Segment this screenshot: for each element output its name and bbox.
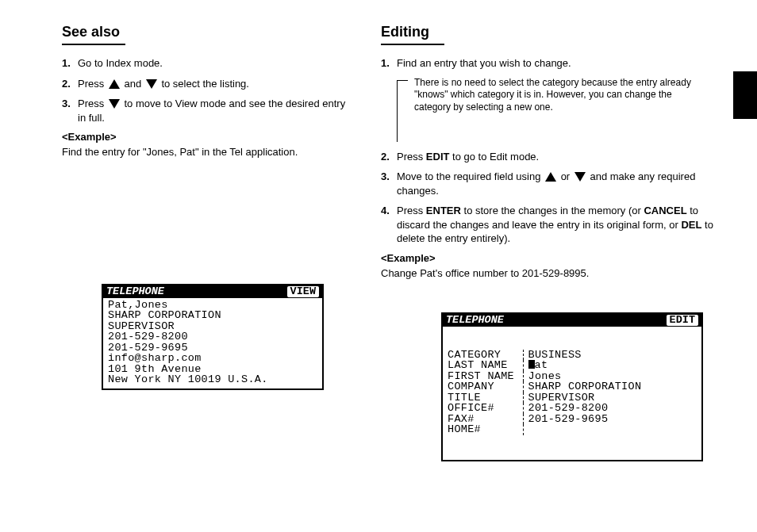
- lcd-field-label: TITLE: [448, 392, 523, 404]
- step-3: 3. Press to move to View mode and see th…: [62, 97, 348, 124]
- lcd-edit-row: OFFICE#201-529-8200: [448, 403, 646, 414]
- example-text: Find the entry for "Jones, Pat" in the T…: [62, 146, 348, 158]
- lcd-field-label: CATEGORY: [448, 350, 523, 361]
- lcd-edit-mode: EDIT: [667, 315, 698, 326]
- example-label: <Example>: [62, 131, 348, 143]
- example-text: Change Pat's office number to 201-529-89…: [381, 267, 714, 279]
- lcd-view-title: TELEPHONE: [106, 286, 287, 297]
- step-1: 1. Go to Index mode.: [62, 56, 348, 71]
- example-label: <Example>: [381, 252, 714, 264]
- lcd-view-body: Pat,Jones SHARP CORPORATION SUPERVISOR 2…: [103, 298, 322, 388]
- up-arrow-icon: [545, 172, 556, 182]
- right-column: Editing 1. Find an entry that you wish t…: [381, 24, 714, 282]
- lcd-field-value: 201-529-9695: [523, 414, 646, 425]
- lcd-field-label: FIRST NAME: [448, 371, 523, 382]
- lcd-field-value: Jones: [523, 371, 646, 382]
- lcd-field-label: LAST NAME: [448, 360, 523, 371]
- lcd-field-label: FAX#: [448, 414, 523, 425]
- cursor-icon: [528, 360, 535, 369]
- lcd-view-mode: VIEW: [287, 286, 319, 297]
- edit-step-4: 4. Press ENTER to store the changes in t…: [381, 204, 714, 246]
- rule-right: [381, 44, 444, 45]
- lcd-field-label: COMPANY: [448, 381, 523, 392]
- lcd-field-label: OFFICE#: [448, 403, 523, 414]
- enter-key: ENTER: [426, 205, 461, 216]
- edit-step-3: 3. Move to the required field using or a…: [381, 170, 714, 197]
- lcd-field-value: 201-529-8200: [523, 403, 646, 414]
- rule-left: [62, 44, 125, 45]
- edge-tab: [733, 71, 757, 119]
- lcd-edit-row: TITLESUPERVISOR: [448, 392, 646, 404]
- edit-key: EDIT: [426, 151, 450, 163]
- lcd-edit-row: HOME#: [448, 424, 646, 435]
- lcd-view-panel: TELEPHONE VIEW Pat,Jones SHARP CORPORATI…: [102, 284, 324, 390]
- lcd-edit-title: TELEPHONE: [446, 315, 667, 326]
- lcd-field-value: at: [523, 360, 646, 371]
- edit-step-1: 1. Find an entry that you wish to change…: [381, 56, 714, 71]
- tip-block: There is no need to select the category …: [397, 77, 714, 142]
- lcd-edit-row: FAX#201-529-9695: [448, 414, 646, 425]
- step-2: 2. Press and to select the listing.: [62, 77, 348, 91]
- see-also-title: See also: [62, 24, 348, 40]
- cancel-key: CANCEL: [644, 205, 686, 216]
- lcd-edit-row: CATEGORYBUSINESS: [448, 350, 646, 361]
- lcd-field-value: BUSINESS: [523, 350, 646, 361]
- lcd-edit-row: COMPANYSHARP CORPORATION: [448, 381, 646, 392]
- down-arrow-icon: [574, 172, 586, 182]
- lcd-edit-panel: TELEPHONE EDIT CATEGORYBUSINESSLAST NAME…: [441, 312, 703, 461]
- lcd-edit-row: FIRST NAMEJones: [448, 371, 646, 382]
- lcd-field-value: SUPERVISOR: [523, 392, 646, 404]
- up-arrow-icon: [109, 79, 120, 89]
- down-arrow-icon: [109, 99, 120, 109]
- lcd-field-label: HOME#: [448, 424, 523, 435]
- down-arrow-icon: [146, 79, 157, 89]
- lcd-edit-body: CATEGORYBUSINESSLAST NAMEatFIRST NAMEJon…: [443, 327, 701, 460]
- editing-title: Editing: [381, 24, 714, 40]
- lcd-field-value: SHARP CORPORATION: [523, 381, 646, 392]
- left-column: See also 1. Go to Index mode. 2. Press a…: [62, 24, 348, 161]
- lcd-edit-row: LAST NAMEat: [448, 360, 646, 371]
- lcd-field-value: [523, 424, 646, 435]
- edit-step-2: 2. Press EDIT to go to Edit mode.: [381, 150, 714, 164]
- tip-bracket-icon: [397, 80, 408, 142]
- del-key: DEL: [681, 219, 701, 231]
